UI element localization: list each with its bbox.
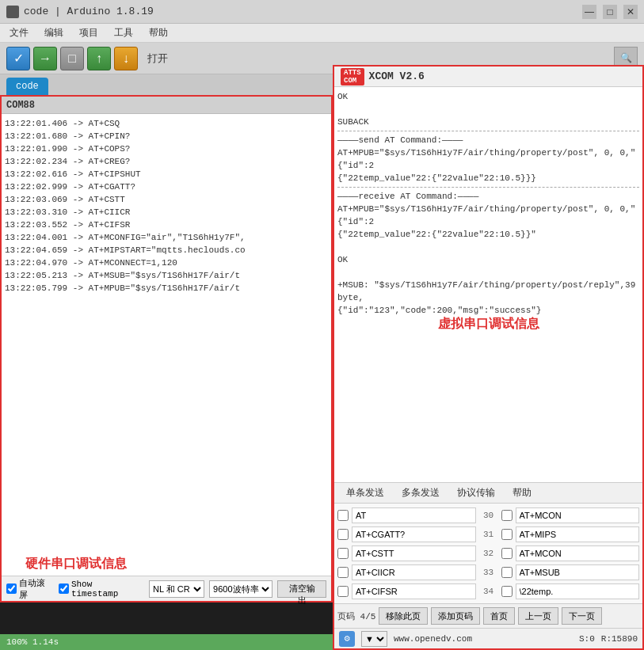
xcom-cmd-input-3[interactable]	[352, 545, 476, 561]
auto-scroll-checkbox[interactable]	[6, 583, 17, 594]
xcom-line: ————receive AT Command:————	[337, 190, 639, 203]
xcom-cmd-row-2: 31	[337, 526, 639, 543]
close-button[interactable]: ✕	[623, 5, 638, 19]
xcom-cmd-input-1[interactable]	[352, 507, 476, 523]
xcom-window: ATTSCOM XCOM V2.6 OK SUBACK ————send AT …	[333, 65, 644, 650]
serial-log-line: 13:22:02.999 -> AT+CGATT?	[5, 181, 328, 193]
xcom-url: www.openedv.com	[394, 634, 573, 644]
serial-log-line: 13:22:04.970 -> AT+MCONNECT=1,120	[5, 257, 328, 269]
page-info: 页码 4/5	[337, 610, 375, 622]
xcom-cmd-check-1[interactable]	[337, 510, 349, 521]
first-page-button[interactable]: 首页	[483, 607, 515, 625]
xcom-cmd-input2-5[interactable]	[516, 583, 640, 599]
new-button[interactable]: □	[60, 47, 84, 70]
menu-edit[interactable]: 编辑	[38, 25, 70, 41]
maximize-button[interactable]: □	[603, 5, 617, 19]
xcom-tab-single[interactable]: 单条发送	[337, 483, 393, 503]
menu-project[interactable]: 项目	[73, 25, 105, 41]
xcom-cmd-row-4: 33	[337, 564, 639, 581]
settings-button[interactable]: ⚙	[339, 631, 355, 647]
prev-page-button[interactable]: 上一页	[518, 607, 558, 625]
xcom-cmd-input2-4[interactable]	[516, 564, 640, 580]
xcom-status-bar: ⚙ ▼ www.openedv.com S:0 R:15890	[334, 628, 642, 648]
verify-button[interactable]: ✓	[6, 47, 30, 70]
xcom-cmd-check2-2[interactable]	[501, 529, 513, 540]
xcom-cmd-check2-5[interactable]	[501, 586, 513, 597]
xcom-cmd-num-3: 32	[479, 549, 498, 558]
xcom-cmd-check2-4[interactable]	[501, 567, 513, 578]
baud-rate-select[interactable]: 9600波特率	[209, 580, 272, 598]
xcom-main-content: OK SUBACK ————send AT Command:———— AT+MP…	[334, 87, 642, 483]
port-dropdown[interactable]: ▼	[361, 631, 387, 647]
xcom-line: +MSUB: "$sys/T1S6hH1y7F/air/thing/proper…	[337, 279, 639, 304]
xcom-cmd-row-3: 32	[337, 545, 639, 562]
auto-scroll-check[interactable]: 自动滚屏	[6, 577, 54, 601]
serial-log-line: 13:22:01.406 -> AT+CSQ	[5, 117, 328, 130]
arduino-icon	[6, 6, 19, 18]
xcom-cmd-input-4[interactable]	[352, 564, 476, 580]
xcom-line	[337, 266, 639, 279]
com-port-label: COM88	[6, 100, 35, 111]
line-ending-select[interactable]: NL 和 CR	[149, 580, 204, 598]
xcom-title: XCOM V2.6	[369, 70, 425, 82]
xcom-separator	[337, 187, 639, 188]
remove-page-button[interactable]: 移除此页	[379, 607, 428, 625]
xcom-cmd-check-2[interactable]	[337, 529, 349, 540]
xcom-pagination: 页码 4/5 移除此页 添加页码 首页 上一页 下一页	[334, 603, 642, 628]
xcom-line: {"22temp_value"22:{"22value"22:10.5}}}	[337, 172, 639, 184]
xcom-cmd-input2-1[interactable]	[516, 507, 640, 523]
xcom-line: SUBACK	[337, 116, 639, 128]
xcom-tab-help[interactable]: 帮助	[504, 483, 540, 503]
serial-log-line: 13:22:04.659 -> AT+MIPSTART="mqtts.heclo…	[5, 244, 328, 257]
menu-help[interactable]: 帮助	[143, 25, 174, 41]
auto-scroll-label: 自动滚屏	[19, 577, 54, 601]
xcom-cmd-check2-1[interactable]	[501, 510, 513, 521]
xcom-cmd-row-5: 34	[337, 583, 639, 600]
xcom-line	[337, 241, 639, 253]
menu-tools[interactable]: 工具	[108, 25, 139, 41]
xcom-cmd-check-4[interactable]	[337, 567, 349, 578]
xcom-received: R:15890	[601, 634, 638, 644]
save-button[interactable]: ↓	[114, 47, 138, 70]
xcom-title-bar: ATTSCOM XCOM V2.6	[334, 67, 642, 87]
serial-log-line: 13:22:03.552 -> AT+CIFSR	[5, 219, 328, 231]
status-text: 100% 1.14s	[6, 637, 59, 647]
title-bar: code | Arduino 1.8.19 — □ ✕	[0, 0, 644, 24]
upload-button[interactable]: →	[33, 47, 57, 70]
xcom-line	[337, 103, 639, 116]
xcom-sent: S:0	[579, 634, 595, 644]
timestamp-check[interactable]: Show timestamp	[59, 580, 144, 599]
window-title: code | Arduino 1.8.19	[24, 6, 154, 17]
menu-file[interactable]: 文件	[3, 25, 35, 41]
add-page-button[interactable]: 添加页码	[431, 607, 480, 625]
timestamp-checkbox[interactable]	[59, 583, 69, 594]
xcom-cmd-check2-3[interactable]	[501, 548, 513, 559]
serial-hw-label: 硬件串口调试信息	[2, 553, 331, 576]
serial-log-line: 13:22:04.001 -> AT+MCONFIG="air","T1S6hH…	[5, 231, 328, 244]
xcom-separator	[337, 131, 639, 131]
code-tab[interactable]: code	[6, 78, 48, 95]
xcom-tab-multi[interactable]: 多条发送	[393, 483, 448, 503]
minimize-button[interactable]: —	[582, 5, 596, 19]
xcom-line: {"22temp_value"22:{"22value"22:10.5}}"	[337, 228, 639, 241]
serial-log-line: 13:22:05.799 -> AT+MPUB="$sys/T1S6hH17F/…	[5, 282, 328, 295]
xcom-cmd-num-5: 34	[479, 587, 498, 596]
xcom-tabs: 单条发送 多条发送 协议传输 帮助	[334, 483, 642, 504]
xcom-logo: ATTSCOM	[341, 68, 364, 86]
xcom-cmd-input-5[interactable]	[352, 583, 476, 599]
clear-output-button[interactable]: 清空输出	[277, 580, 326, 598]
serial-log-line: 13:22:03.069 -> AT+CSTT	[5, 193, 328, 206]
xcom-cmd-input-2[interactable]	[352, 526, 476, 542]
menu-bar: 文件 编辑 项目 工具 帮助	[0, 24, 644, 43]
xcom-cmd-check-3[interactable]	[337, 548, 349, 559]
next-page-button[interactable]: 下一页	[562, 607, 602, 625]
xcom-cmd-input2-3[interactable]	[516, 545, 640, 561]
serial-log-line: 13:22:05.213 -> AT+MSUB="$sys/T1S6hH17F/…	[5, 269, 328, 282]
timestamp-label: Show timestamp	[71, 580, 144, 599]
xcom-cmd-check-5[interactable]	[337, 586, 349, 597]
serial-monitor-content: 13:22:01.406 -> AT+CSQ 13:22:01.680 -> A…	[2, 114, 331, 553]
open-button[interactable]: ↑	[87, 47, 111, 70]
xcom-cmd-input2-2[interactable]	[516, 526, 640, 542]
xcom-tab-protocol[interactable]: 协议传输	[448, 483, 504, 503]
title-bar-controls: — □ ✕	[582, 5, 638, 19]
